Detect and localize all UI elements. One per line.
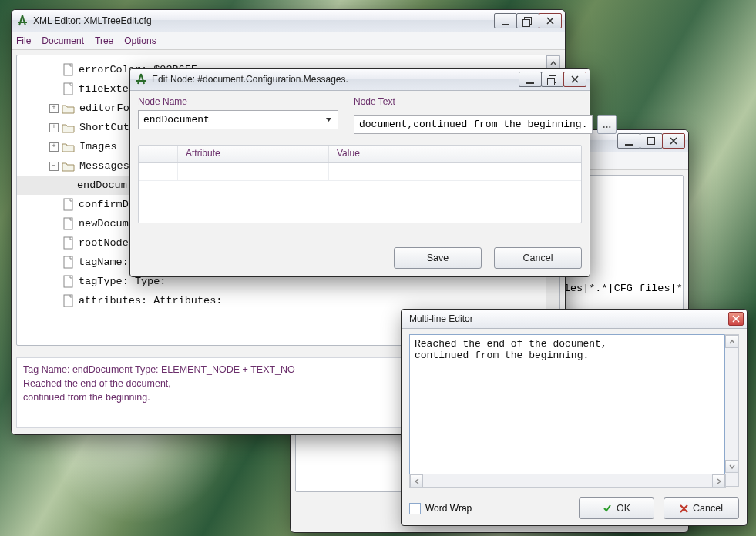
close-icon: [546, 17, 554, 25]
document-icon: [63, 217, 74, 230]
multiline-horizontal-scrollbar[interactable]: [409, 474, 726, 488]
node-name-value: endDocument: [143, 114, 210, 126]
save-button-label: Save: [427, 253, 449, 263]
expand-icon[interactable]: +: [49, 104, 59, 113]
grid-header-spacer: [139, 146, 178, 162]
close-icon: [732, 315, 740, 323]
expand-icon[interactable]: +: [49, 142, 59, 152]
checkmark-icon: [603, 504, 612, 513]
cancel-button-label: Cancel: [693, 503, 723, 514]
document-icon: [63, 63, 74, 76]
scroll-right-button[interactable]: [712, 474, 725, 487]
grid-header-value[interactable]: Value: [329, 146, 581, 162]
close-button[interactable]: [728, 312, 744, 326]
tree-label: endDocum: [77, 179, 127, 191]
folder-icon: [62, 142, 75, 152]
node-name-combobox[interactable]: endDocument: [138, 110, 338, 129]
restore-icon: [549, 75, 556, 83]
ellipsis-icon: …: [602, 122, 612, 127]
multiline-vertical-scrollbar[interactable]: [724, 334, 739, 487]
collapse-icon[interactable]: –: [49, 162, 59, 171]
document-icon: [63, 256, 74, 269]
multiline-bottom-bar: Word Wrap OK Cancel: [409, 497, 739, 519]
combo-dropdown-button[interactable]: [323, 114, 334, 126]
tree-label: Images: [79, 141, 117, 152]
chevron-down-icon: [729, 464, 735, 470]
tree-label: tagName:: [79, 256, 129, 268]
svg-rect-8: [64, 295, 72, 307]
restore-icon: [524, 17, 532, 25]
close-icon: [670, 137, 677, 145]
edit-node-dialog: Edit Node: #document.Configuration.Messa…: [129, 68, 590, 277]
minimize-icon: [526, 82, 534, 84]
node-text-label: Node Text: [354, 96, 617, 107]
cancel-button[interactable]: Cancel: [494, 247, 582, 269]
maximize-icon: [647, 137, 655, 145]
cancel-button[interactable]: Cancel: [664, 497, 739, 519]
grid-header-attribute[interactable]: Attribute: [178, 146, 329, 162]
multiline-editor-dialog: Multi-line Editor Word Wrap: [401, 309, 748, 526]
close-button[interactable]: [563, 72, 586, 87]
main-title-text: XML Editor: XMLTreeEdit.cfg: [33, 15, 495, 26]
attributes-grid[interactable]: Attribute Value: [138, 145, 582, 223]
minimize-button[interactable]: [494, 13, 517, 28]
folder-icon: [62, 122, 75, 133]
grid-empty-row[interactable]: [139, 163, 581, 181]
svg-rect-7: [64, 276, 72, 287]
expand-icon[interactable]: +: [49, 123, 59, 132]
svg-rect-4: [64, 218, 72, 229]
multiline-title-text: Multi-line Editor: [406, 313, 728, 324]
cancel-icon: [680, 504, 688, 513]
close-button[interactable]: [662, 133, 685, 149]
tree-label: fileExte: [79, 83, 129, 95]
main-titlebar: XML Editor: XMLTreeEdit.cfg: [12, 10, 565, 32]
scroll-left-button[interactable]: [410, 474, 423, 487]
maximize-button[interactable]: [640, 133, 663, 149]
minimize-icon: [625, 144, 633, 146]
multiline-titlebar: Multi-line Editor: [402, 310, 747, 329]
chevron-up-icon: [729, 339, 735, 345]
chevron-down-icon: [325, 116, 332, 123]
tree-label: tagType: Type:: [79, 276, 166, 287]
node-text-input[interactable]: document,continued from the beginning.: [354, 115, 593, 134]
menu-tree[interactable]: Tree: [95, 35, 113, 46]
word-wrap-label: Word Wrap: [425, 503, 472, 514]
scroll-up-button[interactable]: [725, 335, 738, 348]
close-button[interactable]: [539, 13, 562, 28]
svg-rect-6: [64, 256, 72, 268]
svg-rect-2: [64, 83, 72, 95]
minimize-button[interactable]: [617, 133, 640, 149]
chevron-up-icon: [550, 60, 556, 66]
multiline-horizontal-scrollbar[interactable]: [725, 472, 738, 486]
app-icon: [135, 73, 147, 85]
minimize-button[interactable]: [519, 72, 542, 87]
tree-label: confirmD: [79, 199, 129, 210]
edit-node-titlebar: Edit Node: #document.Configuration.Messa…: [130, 69, 590, 91]
tree-label: Messages: [79, 160, 129, 172]
menu-file[interactable]: File: [16, 35, 31, 46]
main-menubar: File Document Tree Options: [12, 32, 565, 50]
close-icon: [571, 75, 579, 83]
node-text-ellipsis-button[interactable]: …: [597, 115, 617, 134]
svg-rect-5: [64, 237, 72, 249]
multiline-textarea[interactable]: [409, 334, 724, 487]
chevron-left-icon: [414, 478, 420, 484]
restore-button[interactable]: [541, 72, 564, 87]
app-icon: [16, 15, 29, 27]
svg-rect-1: [64, 64, 72, 75]
document-icon: [63, 198, 74, 211]
restore-button[interactable]: [516, 13, 539, 28]
menu-document[interactable]: Document: [42, 35, 84, 46]
tree-label: attributes: Attributes:: [79, 295, 222, 307]
scroll-down-button[interactable]: [725, 460, 738, 473]
save-button[interactable]: Save: [394, 247, 482, 269]
document-icon: [63, 236, 74, 250]
multiline-textarea-container: [409, 334, 739, 487]
tree-item-attributes[interactable]: attributes: Attributes:: [17, 291, 559, 310]
ok-button[interactable]: OK: [579, 497, 654, 519]
document-icon: [63, 275, 74, 288]
minimize-icon: [502, 24, 509, 25]
ok-button-label: OK: [617, 503, 630, 514]
menu-options[interactable]: Options: [124, 35, 156, 46]
word-wrap-checkbox[interactable]: [409, 503, 421, 514]
